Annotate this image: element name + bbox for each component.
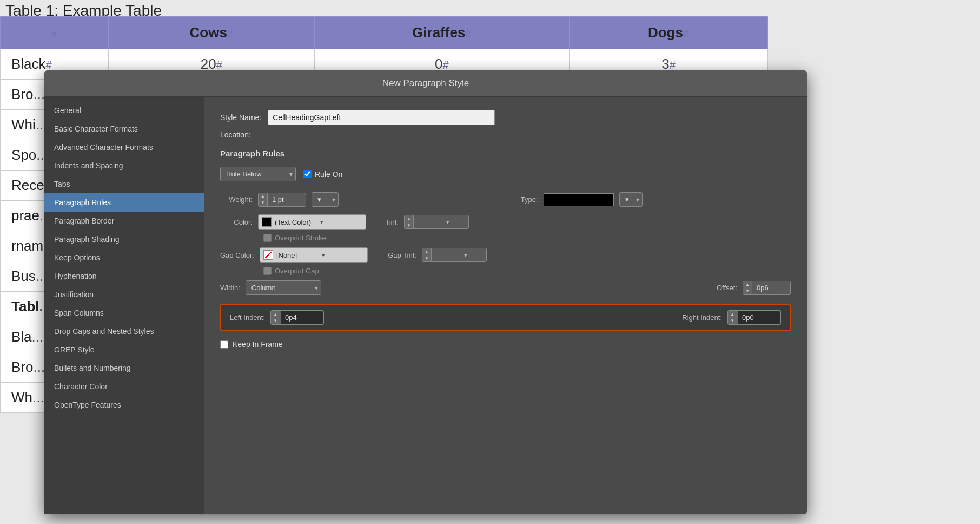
- hash-icon: #: [51, 28, 57, 40]
- col-dogs: Dogs: [648, 24, 683, 41]
- type-dropdown-wrapper[interactable]: ▾: [619, 192, 643, 207]
- gap-tint-down-btn[interactable]: ▼: [422, 255, 431, 261]
- left-indent-up-btn[interactable]: ▲: [271, 311, 280, 318]
- style-name-input[interactable]: [268, 110, 495, 125]
- tint-dropdown-arrow: ▾: [446, 219, 452, 226]
- gap-color-row: Gap Color: [None] ▾: [220, 247, 368, 263]
- tint-up-btn[interactable]: ▲: [405, 215, 413, 222]
- sidebar-item-justification[interactable]: Justification: [44, 285, 204, 304]
- gap-color-tint-row: Gap Color: [None] ▾ Gap Tint: ▲ ▼: [220, 247, 791, 263]
- color-swatch-none: [263, 250, 273, 260]
- sidebar-item-paragraph-border[interactable]: Paragraph Border: [44, 212, 204, 230]
- sidebar-item-span-columns[interactable]: Span Columns: [44, 304, 204, 322]
- offset-input[interactable]: [752, 281, 790, 294]
- right-indent-spinner-btns[interactable]: ▲ ▼: [728, 311, 737, 324]
- weight-spinner[interactable]: ▲ ▼: [258, 193, 306, 207]
- offset-up-btn[interactable]: ▲: [743, 281, 752, 288]
- sidebar-item-character-color[interactable]: Character Color: [44, 377, 204, 396]
- sidebar-item-bullets-numbering[interactable]: Bullets and Numbering: [44, 359, 204, 377]
- width-part: Width: Column: [220, 280, 321, 295]
- sidebar-item-grep-style[interactable]: GREP Style: [44, 340, 204, 359]
- color-dropdown[interactable]: (Text Color) ▾: [258, 214, 366, 230]
- left-indent-spinner[interactable]: ▲ ▼: [270, 310, 324, 325]
- gap-tint-dropdown-arrow: ▾: [464, 252, 469, 259]
- rule-on-checkbox-label[interactable]: Rule On: [303, 170, 342, 179]
- gap-color-label: Gap Color:: [220, 251, 254, 259]
- weight-up-btn[interactable]: ▲: [259, 193, 267, 200]
- sidebar-item-general[interactable]: General: [44, 101, 204, 120]
- sidebar-item-keep-options[interactable]: Keep Options: [44, 248, 204, 267]
- weight-input[interactable]: [268, 193, 306, 206]
- color-value: (Text Color): [275, 218, 317, 226]
- indent-row: Left Indent: ▲ ▼ Right Indent: ▲: [220, 304, 791, 331]
- sidebar-item-paragraph-shading[interactable]: Paragraph Shading: [44, 230, 204, 248]
- left-indent-spinner-btns[interactable]: ▲ ▼: [271, 311, 280, 324]
- rule-on-checkbox[interactable]: [303, 170, 312, 178]
- rule-dropdown[interactable]: Rule Below: [220, 167, 296, 181]
- type-dropdown[interactable]: ▾: [619, 192, 643, 207]
- offset-part: Offset: ▲ ▼: [717, 281, 791, 295]
- overprint-gap-row: Overprint Gap: [220, 267, 791, 275]
- sidebar-item-indents-spacing[interactable]: Indents and Spacing: [44, 156, 204, 175]
- tint-spinner[interactable]: ▲ ▼ ▾: [404, 215, 469, 229]
- keep-in-frame-row: Keep In Frame: [220, 340, 791, 349]
- width-offset-row: Width: Column Offset: ▲ ▼: [220, 280, 791, 295]
- right-indent-down-btn[interactable]: ▼: [728, 318, 737, 324]
- sidebar-item-tabs[interactable]: Tabs: [44, 175, 204, 193]
- right-indent-input[interactable]: [737, 311, 780, 324]
- weight-type-grid: Weight: ▲ ▼ ▾ Type:: [220, 192, 791, 207]
- style-name-label: Style Name:: [220, 113, 261, 122]
- gap-color-dropdown-arrow: ▾: [322, 252, 364, 259]
- sidebar-item-drop-caps[interactable]: Drop Caps and Nested Styles: [44, 322, 204, 340]
- weight-down-btn[interactable]: ▼: [259, 200, 267, 206]
- overprint-stroke-checkbox[interactable]: [263, 234, 272, 242]
- sidebar-item-advanced-char[interactable]: Advanced Character Formats: [44, 138, 204, 156]
- tint-spinner-btns[interactable]: ▲ ▼: [405, 215, 414, 228]
- offset-spinner[interactable]: ▲ ▼: [743, 281, 791, 295]
- weight-spinner-btns[interactable]: ▲ ▼: [259, 193, 268, 206]
- color-label: Color:: [220, 218, 253, 226]
- dialog-body: General Basic Character Formats Advanced…: [44, 97, 807, 514]
- gap-tint-up-btn[interactable]: ▲: [422, 248, 431, 255]
- keep-in-frame-label: Keep In Frame: [233, 340, 283, 349]
- weight-unit-wrapper[interactable]: ▾: [312, 192, 339, 207]
- offset-down-btn[interactable]: ▼: [743, 288, 752, 294]
- sidebar-item-hyphenation[interactable]: Hyphenation: [44, 267, 204, 285]
- type-preview: [544, 193, 614, 206]
- sidebar-item-opentype[interactable]: OpenType Features: [44, 396, 204, 414]
- overprint-stroke-label: Overprint Stroke: [275, 234, 326, 242]
- tint-row: Tint: ▲ ▼ ▾: [382, 215, 469, 229]
- width-dropdown-wrapper[interactable]: Column: [246, 280, 321, 295]
- left-indent-input[interactable]: [280, 311, 323, 324]
- keep-in-frame-checkbox[interactable]: [220, 340, 228, 349]
- right-indent-spinner[interactable]: ▲ ▼: [727, 310, 781, 325]
- weight-label: Weight:: [220, 195, 253, 204]
- location-label: Location:: [220, 130, 251, 139]
- col-giraffes: Giraffes: [412, 24, 465, 41]
- weight-unit-dropdown[interactable]: ▾: [312, 192, 339, 207]
- gap-tint-spinner-btns[interactable]: ▲ ▼: [422, 248, 432, 261]
- color-row: Color: (Text Color) ▾: [220, 214, 366, 230]
- type-row: Type: ▾: [517, 192, 791, 207]
- gap-tint-spinner[interactable]: ▲ ▼ ▾: [422, 248, 487, 262]
- overprint-stroke-row: Overprint Stroke: [220, 234, 791, 242]
- offset-spinner-btns[interactable]: ▲ ▼: [743, 281, 752, 294]
- right-indent-up-btn[interactable]: ▲: [728, 311, 737, 318]
- gap-color-dropdown[interactable]: [None] ▾: [260, 247, 368, 263]
- color-tint-row: Color: (Text Color) ▾ Tint: ▲ ▼: [220, 214, 791, 230]
- tint-value: [414, 220, 446, 224]
- width-dropdown[interactable]: Column: [246, 280, 321, 295]
- rule-row: Rule Below Rule On: [220, 167, 791, 181]
- sidebar-item-paragraph-rules[interactable]: Paragraph Rules: [44, 193, 204, 212]
- style-name-row: Style Name:: [220, 110, 791, 125]
- dialog-content: Style Name: Location: Paragraph Rules Ru…: [204, 97, 807, 514]
- left-indent-down-btn[interactable]: ▼: [271, 318, 280, 324]
- width-label: Width:: [220, 284, 240, 292]
- section-title: Paragraph Rules: [220, 149, 791, 158]
- tint-down-btn[interactable]: ▼: [405, 222, 413, 228]
- gap-tint-row: Gap Tint: ▲ ▼ ▾: [384, 248, 487, 262]
- overprint-gap-label: Overprint Gap: [275, 267, 319, 275]
- rule-dropdown-wrapper[interactable]: Rule Below: [220, 167, 296, 181]
- sidebar-item-basic-char[interactable]: Basic Character Formats: [44, 120, 204, 138]
- overprint-gap-checkbox[interactable]: [263, 267, 272, 275]
